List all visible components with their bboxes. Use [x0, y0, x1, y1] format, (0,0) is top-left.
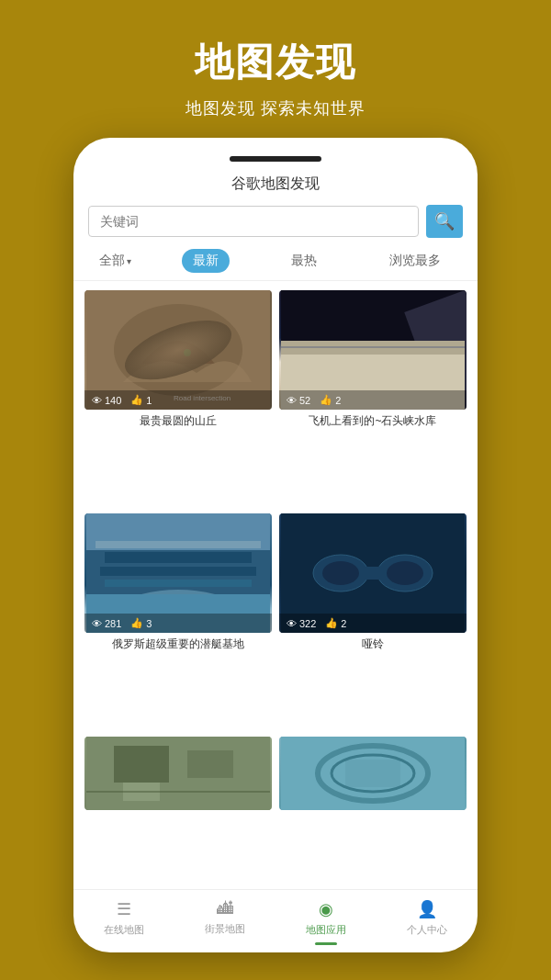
item-label-1: 最贵最圆的山丘: [84, 410, 272, 434]
app-title: 地图发现: [18, 37, 533, 88]
filter-tab-latest[interactable]: 最新: [182, 249, 230, 273]
search-icon: 🔍: [434, 211, 455, 231]
view-count-2: 👁 52: [287, 394, 310, 406]
item-label-4: 哑铃: [279, 633, 467, 658]
image-wrapper-5: [84, 737, 272, 810]
thumb-icon: 👍: [130, 394, 143, 406]
grid-item-2[interactable]: 👁 52 👍 2 飞机上看到的~石头峡水库: [279, 290, 467, 506]
image-stats-2: 👁 52 👍 2: [279, 390, 467, 410]
street-icon: 🏙: [217, 899, 233, 918]
apps-icon: ◉: [319, 899, 333, 919]
like-count-3: 👍 3: [130, 617, 152, 629]
svg-rect-13: [96, 541, 261, 548]
view-count-4: 👁 322: [287, 617, 316, 629]
search-input[interactable]: [88, 206, 419, 237]
app-subtitle: 地图发现 探索未知世界: [18, 97, 533, 119]
image-stats-1: 👁 140 👍 1: [84, 390, 272, 410]
search-bar: 🔍: [88, 205, 463, 238]
svg-point-2: [184, 349, 191, 356]
thumb-icon-4: 👍: [325, 617, 338, 629]
item-label-2: 飞机上看到的~石头峡水库: [279, 410, 467, 434]
svg-point-23: [387, 561, 423, 585]
grid-item-5[interactable]: [84, 737, 272, 882]
view-count-3: 👁 281: [92, 617, 121, 629]
grid-item-1[interactable]: Road intersection 👁 140 👍 1 最贵最圆的山丘: [84, 290, 272, 506]
nav-label-apps: 地图应用: [306, 923, 346, 937]
like-count-4: 👍 2: [325, 617, 346, 629]
image-wrapper-4: 👁 322 👍 2: [279, 513, 467, 633]
bottom-navigation: ☰ 在线地图 🏙 街景地图 ◉ 地图应用 👤 个人中心: [73, 889, 478, 952]
menu-icon: ☰: [117, 899, 131, 919]
like-count-2: 👍 2: [320, 394, 341, 406]
phone-mockup: 谷歌地图发现 🔍 全部 ▾ 最新 最热 浏览最多: [73, 138, 478, 952]
thumb-icon-2: 👍: [320, 394, 332, 406]
eye-icon-2: 👁: [287, 395, 297, 406]
grid-item-3[interactable]: 👁 281 👍 3 俄罗斯超级重要的潜艇基地: [84, 513, 272, 729]
image-stats-3: 👁 281 👍 3: [84, 614, 272, 633]
satellite-image-track: [279, 737, 467, 810]
filter-all-label: 全部: [99, 253, 125, 269]
nav-item-apps[interactable]: ◉ 地图应用: [276, 899, 377, 945]
svg-rect-14: [105, 552, 252, 563]
image-wrapper-6: [279, 737, 467, 810]
nav-item-street[interactable]: 🏙 街景地图: [174, 899, 276, 945]
view-count-1: 👁 140: [92, 394, 121, 406]
item-label-3: 俄罗斯超级重要的潜艇基地: [84, 633, 272, 658]
nav-label-street: 街景地图: [205, 922, 245, 936]
profile-icon: 👤: [417, 899, 437, 919]
grid-item-6[interactable]: [279, 737, 467, 882]
filter-tabs: 全部 ▾ 最新 最热 浏览最多: [73, 249, 478, 281]
thumb-icon-3: 👍: [130, 617, 143, 629]
screen-title: 谷歌地图发现: [73, 175, 478, 194]
image-grid: Road intersection 👁 140 👍 1 最贵最圆的山丘: [73, 290, 478, 882]
svg-rect-30: [345, 760, 400, 787]
eye-icon-3: 👁: [92, 618, 102, 629]
phone-notch: [230, 156, 321, 162]
svg-rect-21: [354, 567, 391, 580]
eye-icon-4: 👁: [287, 618, 297, 629]
search-button[interactable]: 🔍: [426, 205, 463, 238]
filter-tab-mostviewed[interactable]: 浏览最多: [378, 249, 452, 273]
grid-item-4[interactable]: 👁 322 👍 2 哑铃: [279, 513, 467, 729]
image-stats-4: 👁 322 👍 2: [279, 614, 467, 633]
filter-tab-hot[interactable]: 最热: [280, 249, 328, 273]
filter-tab-all[interactable]: 全部 ▾: [99, 253, 131, 269]
header-section: 地图发现 地图发现 探索未知世界: [0, 0, 551, 138]
image-wrapper-2: 👁 52 👍 2: [279, 290, 467, 410]
svg-rect-26: [187, 750, 233, 778]
svg-rect-15: [100, 567, 256, 576]
svg-point-22: [322, 561, 359, 585]
svg-rect-25: [114, 746, 169, 783]
nav-item-menu[interactable]: ☰ 在线地图: [73, 899, 174, 945]
image-wrapper-3: 👁 281 👍 3: [84, 513, 272, 633]
nav-active-indicator: [315, 942, 337, 945]
nav-label-profile: 个人中心: [407, 923, 447, 937]
satellite-image-building: [84, 737, 272, 810]
chevron-down-icon: ▾: [127, 256, 131, 266]
nav-item-profile[interactable]: 👤 个人中心: [377, 899, 478, 945]
like-count-1: 👍 1: [130, 394, 152, 406]
svg-rect-16: [105, 580, 252, 587]
image-wrapper-1: Road intersection 👁 140 👍 1: [84, 290, 272, 410]
eye-icon: 👁: [92, 395, 102, 406]
nav-label-menu: 在线地图: [104, 923, 144, 937]
